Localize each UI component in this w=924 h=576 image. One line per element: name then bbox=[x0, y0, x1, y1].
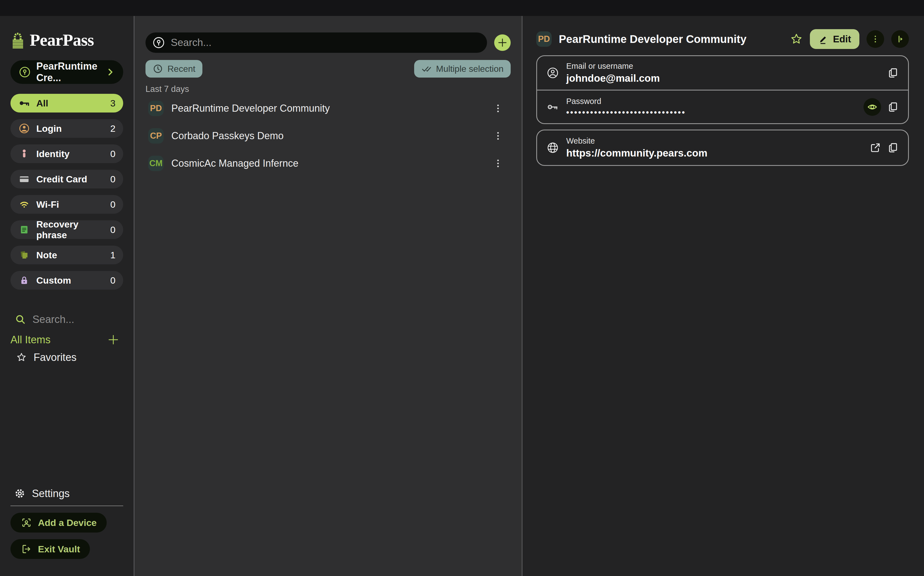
multiple-selection-label: Multiple selection bbox=[436, 64, 504, 74]
copy-icon[interactable] bbox=[887, 101, 899, 113]
copy-icon[interactable] bbox=[887, 67, 899, 79]
recent-filter-chip[interactable]: Recent bbox=[145, 60, 202, 78]
collapse-panel-button[interactable] bbox=[891, 30, 909, 48]
email-field-row: Email or username johndoe@mail.com bbox=[537, 56, 908, 90]
detail-header: PD PearRuntime Developer Community Ed bbox=[536, 29, 909, 49]
add-item-icon[interactable] bbox=[107, 334, 119, 346]
more-options-button[interactable] bbox=[866, 30, 884, 48]
sidebar-item-label: Credit Card bbox=[36, 174, 87, 185]
multiple-selection-chip[interactable]: Multiple selection bbox=[414, 60, 511, 78]
collapse-right-icon bbox=[895, 34, 905, 44]
sidebar-item-credit-card[interactable]: Credit Card 0 bbox=[10, 170, 123, 189]
favorite-star-icon[interactable] bbox=[790, 33, 803, 45]
sidebar-item-label: Note bbox=[36, 250, 57, 261]
item-title: PearRuntime Developer Community bbox=[171, 102, 330, 114]
user-circle-icon bbox=[547, 67, 559, 79]
star-icon bbox=[15, 352, 27, 363]
website-label: Website bbox=[566, 136, 707, 146]
all-items-row: All Items bbox=[10, 332, 123, 347]
list-item[interactable]: CM CosmicAc Managed Infernce bbox=[145, 150, 511, 177]
email-label: Email or username bbox=[566, 62, 660, 71]
key-icon bbox=[547, 101, 559, 113]
item-menu-icon[interactable] bbox=[492, 130, 504, 141]
note-icon bbox=[18, 249, 30, 261]
website-card: Website https://community.pears.com bbox=[536, 130, 909, 166]
list-item[interactable]: PD PearRuntime Developer Community bbox=[145, 94, 511, 122]
item-menu-icon[interactable] bbox=[492, 158, 504, 169]
item-count: 0 bbox=[110, 149, 115, 159]
item-title: CosmicAc Managed Infernce bbox=[171, 158, 298, 169]
sidebar-item-recovery-phrase[interactable]: Recovery phrase 0 bbox=[10, 220, 123, 239]
double-check-icon bbox=[421, 64, 432, 74]
detail-avatar: PD bbox=[536, 31, 552, 47]
edit-button[interactable]: Edit bbox=[810, 29, 859, 49]
sidebar-item-custom[interactable]: Custom 0 bbox=[10, 271, 123, 290]
all-items-link[interactable]: All Items bbox=[10, 334, 51, 346]
item-title: Corbado Passkeys Demo bbox=[171, 130, 283, 142]
add-device-button[interactable]: Add a Device bbox=[10, 513, 107, 533]
vault-selector-button[interactable]: PearRuntime Cre... bbox=[10, 60, 123, 84]
website-field: Website https://community.pears.com bbox=[566, 136, 707, 159]
settings-button[interactable]: Settings bbox=[14, 486, 123, 501]
sidebar-item-label: Recovery phrase bbox=[36, 219, 104, 240]
sidebar-item-label: Identity bbox=[36, 149, 70, 159]
exit-vault-label: Exit Vault bbox=[38, 544, 80, 555]
open-external-link-icon[interactable] bbox=[870, 142, 881, 154]
search-input[interactable]: Search... bbox=[145, 32, 487, 53]
item-menu-icon[interactable] bbox=[492, 103, 504, 114]
window-top-bar bbox=[0, 0, 924, 16]
item-count: 0 bbox=[110, 224, 115, 235]
wifi-icon bbox=[18, 198, 30, 210]
favorites-label: Favorites bbox=[34, 352, 77, 363]
sidebar-item-login[interactable]: Login 2 bbox=[10, 119, 123, 138]
sidebar-search-input[interactable]: Search... bbox=[14, 312, 123, 327]
website-field-row: Website https://community.pears.com bbox=[537, 130, 908, 165]
app-root: PearPass PearRuntime Cre... bbox=[0, 16, 924, 576]
key-icon bbox=[18, 97, 30, 109]
detail-panel: PD PearRuntime Developer Community Ed bbox=[523, 16, 924, 576]
edit-label: Edit bbox=[833, 34, 851, 45]
detail-actions: Edit bbox=[790, 29, 909, 49]
item-avatar: PD bbox=[148, 101, 164, 116]
sidebar-item-note[interactable]: Note 1 bbox=[10, 246, 123, 264]
sidebar-item-label: Custom bbox=[36, 275, 71, 286]
credit-card-icon bbox=[18, 173, 30, 185]
website-value: https://community.pears.com bbox=[566, 147, 707, 159]
item-count: 3 bbox=[110, 98, 115, 109]
sidebar-item-wifi[interactable]: Wi-Fi 0 bbox=[10, 195, 123, 214]
item-count: 2 bbox=[110, 123, 115, 134]
eye-icon bbox=[867, 101, 878, 112]
item-count: 0 bbox=[110, 174, 115, 185]
plus-icon bbox=[497, 37, 508, 48]
kebab-menu-icon bbox=[870, 34, 880, 44]
sidebar-item-label: Wi-Fi bbox=[36, 199, 59, 210]
gear-icon bbox=[14, 487, 26, 499]
logout-icon bbox=[20, 543, 32, 555]
exit-vault-button[interactable]: Exit Vault bbox=[10, 539, 90, 559]
sidebar-item-favorites[interactable]: Favorites bbox=[15, 350, 123, 365]
email-field: Email or username johndoe@mail.com bbox=[566, 62, 660, 84]
keyhole-circle-icon bbox=[153, 36, 165, 49]
list-item[interactable]: CP Corbado Passkeys Demo bbox=[145, 122, 511, 150]
filter-chips-row: Recent Multiple selection bbox=[145, 60, 511, 78]
sidebar-item-identity[interactable]: Identity 0 bbox=[10, 144, 123, 163]
keyhole-circle-icon bbox=[19, 66, 31, 78]
credentials-card: Email or username johndoe@mail.com bbox=[536, 55, 909, 124]
app-logo: PearPass bbox=[10, 30, 123, 50]
copy-icon[interactable] bbox=[887, 142, 899, 154]
password-masked-value: •••••••••••••••••••••••••••••• bbox=[566, 108, 686, 117]
detail-title: PearRuntime Developer Community bbox=[559, 33, 747, 45]
sidebar-item-all[interactable]: All 3 bbox=[10, 94, 123, 112]
vault-item-list: PD PearRuntime Developer Community CP Co… bbox=[145, 94, 511, 177]
add-entry-button[interactable] bbox=[494, 34, 511, 51]
striped-padlock-logo-icon bbox=[10, 31, 25, 49]
vault-name: PearRuntime Cre... bbox=[36, 61, 100, 84]
recent-chip-label: Recent bbox=[168, 64, 195, 74]
chevron-right-icon bbox=[106, 67, 115, 77]
sidebar: PearPass PearRuntime Cre... bbox=[0, 16, 134, 576]
date-group-label: Last 7 days bbox=[145, 84, 511, 94]
settings-label: Settings bbox=[32, 488, 70, 499]
item-count: 1 bbox=[110, 250, 115, 261]
sidebar-item-label: Login bbox=[36, 123, 62, 134]
reveal-password-button[interactable] bbox=[863, 98, 881, 116]
